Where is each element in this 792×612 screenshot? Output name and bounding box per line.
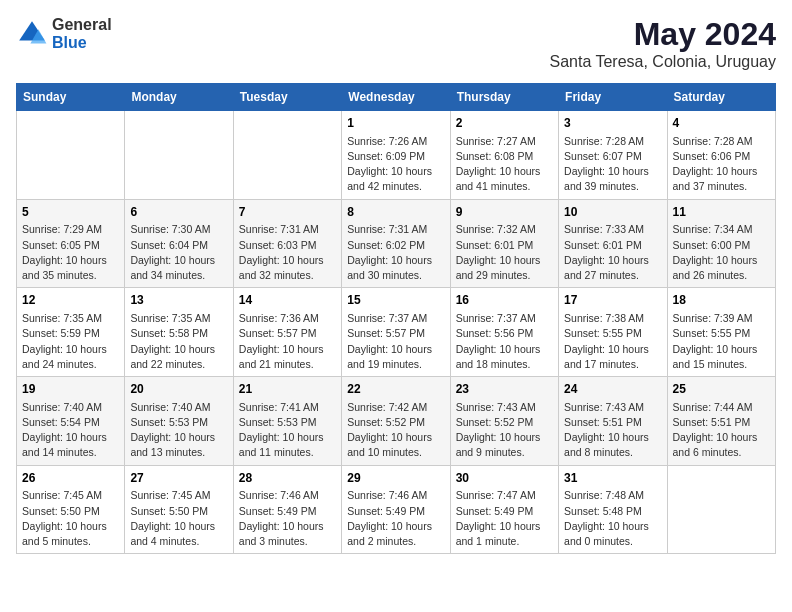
day-info: Sunrise: 7:41 AMSunset: 5:53 PMDaylight:… [239,400,336,461]
day-number: 1 [347,115,444,132]
col-monday: Monday [125,84,233,111]
calendar-cell: 31Sunrise: 7:48 AMSunset: 5:48 PMDayligh… [559,465,667,554]
day-number: 30 [456,470,553,487]
day-info: Sunrise: 7:38 AMSunset: 5:55 PMDaylight:… [564,311,661,372]
day-info: Sunrise: 7:31 AMSunset: 6:03 PMDaylight:… [239,222,336,283]
day-number: 25 [673,381,770,398]
day-number: 2 [456,115,553,132]
calendar-cell: 15Sunrise: 7:37 AMSunset: 5:57 PMDayligh… [342,288,450,377]
day-info: Sunrise: 7:35 AMSunset: 5:58 PMDaylight:… [130,311,227,372]
calendar-week-2: 5Sunrise: 7:29 AMSunset: 6:05 PMDaylight… [17,199,776,288]
logo-general: General [52,16,112,34]
calendar-cell: 23Sunrise: 7:43 AMSunset: 5:52 PMDayligh… [450,377,558,466]
day-info: Sunrise: 7:44 AMSunset: 5:51 PMDaylight:… [673,400,770,461]
calendar-cell [667,465,775,554]
day-info: Sunrise: 7:43 AMSunset: 5:51 PMDaylight:… [564,400,661,461]
day-number: 9 [456,204,553,221]
calendar-cell: 4Sunrise: 7:28 AMSunset: 6:06 PMDaylight… [667,111,775,200]
calendar-cell: 20Sunrise: 7:40 AMSunset: 5:53 PMDayligh… [125,377,233,466]
logo-blue: Blue [52,34,112,52]
day-info: Sunrise: 7:30 AMSunset: 6:04 PMDaylight:… [130,222,227,283]
day-number: 19 [22,381,119,398]
day-number: 13 [130,292,227,309]
calendar-cell: 29Sunrise: 7:46 AMSunset: 5:49 PMDayligh… [342,465,450,554]
day-info: Sunrise: 7:28 AMSunset: 6:07 PMDaylight:… [564,134,661,195]
day-info: Sunrise: 7:43 AMSunset: 5:52 PMDaylight:… [456,400,553,461]
calendar-cell: 26Sunrise: 7:45 AMSunset: 5:50 PMDayligh… [17,465,125,554]
day-number: 14 [239,292,336,309]
day-info: Sunrise: 7:46 AMSunset: 5:49 PMDaylight:… [239,488,336,549]
day-info: Sunrise: 7:47 AMSunset: 5:49 PMDaylight:… [456,488,553,549]
calendar-week-4: 19Sunrise: 7:40 AMSunset: 5:54 PMDayligh… [17,377,776,466]
day-number: 6 [130,204,227,221]
day-number: 24 [564,381,661,398]
header-row: Sunday Monday Tuesday Wednesday Thursday… [17,84,776,111]
day-info: Sunrise: 7:40 AMSunset: 5:54 PMDaylight:… [22,400,119,461]
day-number: 17 [564,292,661,309]
calendar-cell: 1Sunrise: 7:26 AMSunset: 6:09 PMDaylight… [342,111,450,200]
title-block: May 2024 Santa Teresa, Colonia, Uruguay [549,16,776,71]
calendar-cell: 6Sunrise: 7:30 AMSunset: 6:04 PMDaylight… [125,199,233,288]
day-info: Sunrise: 7:29 AMSunset: 6:05 PMDaylight:… [22,222,119,283]
calendar-cell: 17Sunrise: 7:38 AMSunset: 5:55 PMDayligh… [559,288,667,377]
calendar-cell: 8Sunrise: 7:31 AMSunset: 6:02 PMDaylight… [342,199,450,288]
calendar-cell: 3Sunrise: 7:28 AMSunset: 6:07 PMDaylight… [559,111,667,200]
day-info: Sunrise: 7:37 AMSunset: 5:57 PMDaylight:… [347,311,444,372]
day-number: 5 [22,204,119,221]
calendar-cell: 10Sunrise: 7:33 AMSunset: 6:01 PMDayligh… [559,199,667,288]
calendar-cell [17,111,125,200]
day-number: 21 [239,381,336,398]
day-info: Sunrise: 7:28 AMSunset: 6:06 PMDaylight:… [673,134,770,195]
day-info: Sunrise: 7:31 AMSunset: 6:02 PMDaylight:… [347,222,444,283]
day-info: Sunrise: 7:34 AMSunset: 6:00 PMDaylight:… [673,222,770,283]
day-number: 31 [564,470,661,487]
calendar-cell: 16Sunrise: 7:37 AMSunset: 5:56 PMDayligh… [450,288,558,377]
calendar-cell: 5Sunrise: 7:29 AMSunset: 6:05 PMDaylight… [17,199,125,288]
calendar-cell: 9Sunrise: 7:32 AMSunset: 6:01 PMDaylight… [450,199,558,288]
col-wednesday: Wednesday [342,84,450,111]
day-number: 11 [673,204,770,221]
calendar-cell: 2Sunrise: 7:27 AMSunset: 6:08 PMDaylight… [450,111,558,200]
day-number: 23 [456,381,553,398]
calendar-table: Sunday Monday Tuesday Wednesday Thursday… [16,83,776,554]
day-number: 18 [673,292,770,309]
day-info: Sunrise: 7:32 AMSunset: 6:01 PMDaylight:… [456,222,553,283]
calendar-cell: 12Sunrise: 7:35 AMSunset: 5:59 PMDayligh… [17,288,125,377]
day-info: Sunrise: 7:35 AMSunset: 5:59 PMDaylight:… [22,311,119,372]
day-number: 29 [347,470,444,487]
calendar-cell: 24Sunrise: 7:43 AMSunset: 5:51 PMDayligh… [559,377,667,466]
calendar-cell: 22Sunrise: 7:42 AMSunset: 5:52 PMDayligh… [342,377,450,466]
page-header: General Blue May 2024 Santa Teresa, Colo… [16,16,776,71]
day-info: Sunrise: 7:46 AMSunset: 5:49 PMDaylight:… [347,488,444,549]
calendar-cell: 28Sunrise: 7:46 AMSunset: 5:49 PMDayligh… [233,465,341,554]
day-number: 27 [130,470,227,487]
col-friday: Friday [559,84,667,111]
calendar-cell: 21Sunrise: 7:41 AMSunset: 5:53 PMDayligh… [233,377,341,466]
calendar-header: Sunday Monday Tuesday Wednesday Thursday… [17,84,776,111]
subtitle: Santa Teresa, Colonia, Uruguay [549,53,776,71]
day-number: 4 [673,115,770,132]
logo-icon [16,18,48,50]
calendar-week-5: 26Sunrise: 7:45 AMSunset: 5:50 PMDayligh… [17,465,776,554]
day-number: 22 [347,381,444,398]
day-number: 10 [564,204,661,221]
calendar-week-3: 12Sunrise: 7:35 AMSunset: 5:59 PMDayligh… [17,288,776,377]
calendar-body: 1Sunrise: 7:26 AMSunset: 6:09 PMDaylight… [17,111,776,554]
col-saturday: Saturday [667,84,775,111]
calendar-cell: 25Sunrise: 7:44 AMSunset: 5:51 PMDayligh… [667,377,775,466]
day-number: 15 [347,292,444,309]
calendar-cell [233,111,341,200]
day-info: Sunrise: 7:39 AMSunset: 5:55 PMDaylight:… [673,311,770,372]
day-info: Sunrise: 7:45 AMSunset: 5:50 PMDaylight:… [130,488,227,549]
logo-text: General Blue [52,16,112,51]
main-title: May 2024 [549,16,776,53]
calendar-cell: 18Sunrise: 7:39 AMSunset: 5:55 PMDayligh… [667,288,775,377]
calendar-week-1: 1Sunrise: 7:26 AMSunset: 6:09 PMDaylight… [17,111,776,200]
day-number: 20 [130,381,227,398]
day-number: 3 [564,115,661,132]
day-number: 12 [22,292,119,309]
calendar-cell: 14Sunrise: 7:36 AMSunset: 5:57 PMDayligh… [233,288,341,377]
logo: General Blue [16,16,112,51]
day-info: Sunrise: 7:45 AMSunset: 5:50 PMDaylight:… [22,488,119,549]
day-number: 28 [239,470,336,487]
